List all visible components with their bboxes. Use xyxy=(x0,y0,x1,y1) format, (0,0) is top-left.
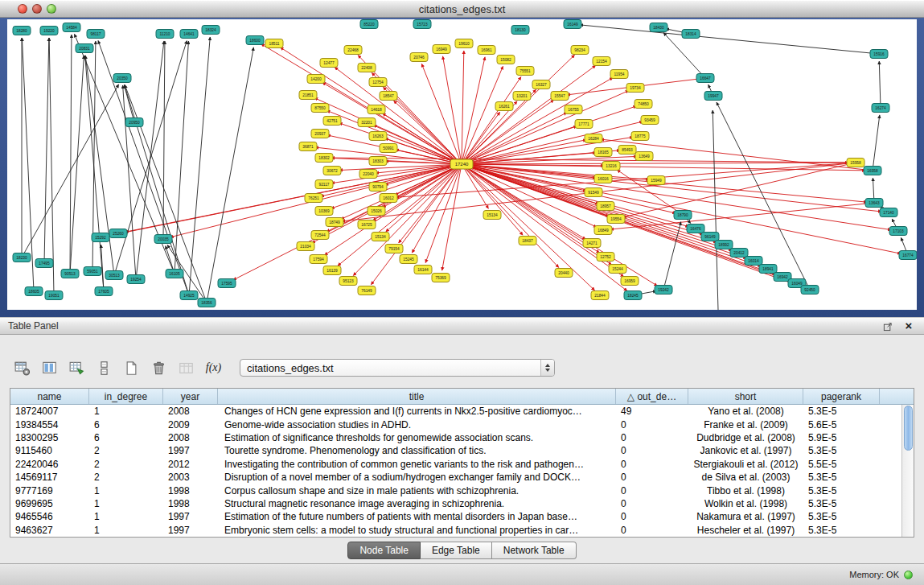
network-canvas[interactable]: 2246812477142002185187550427512093736871… xyxy=(7,19,917,310)
network-node[interactable]: 16327 xyxy=(532,80,550,89)
network-node[interactable]: 18230 xyxy=(13,253,31,262)
network-node[interactable]: 18605 xyxy=(25,287,43,296)
tab-node-table[interactable]: Node Table xyxy=(347,542,421,559)
network-node[interactable]: 12477 xyxy=(320,59,338,68)
network-node[interactable]: 15723 xyxy=(413,20,431,29)
network-node[interactable]: 18165 xyxy=(594,148,612,157)
network-node[interactable]: 20350 xyxy=(113,74,131,83)
network-node[interactable]: 16725 xyxy=(358,220,376,229)
network-node[interactable]: 18245 xyxy=(624,291,642,300)
network-node[interactable]: 14925 xyxy=(180,291,198,300)
network-node[interactable]: 13649 xyxy=(635,152,653,161)
network-node[interactable]: 18749 xyxy=(326,218,343,227)
delete-button[interactable] xyxy=(148,356,170,379)
network-node[interactable]: 18303 xyxy=(369,157,387,166)
network-node[interactable]: 18130 xyxy=(511,26,529,35)
network-node[interactable]: 16263 xyxy=(369,132,387,141)
network-node[interactable]: 76251 xyxy=(305,194,322,203)
network-node[interactable]: 15547 xyxy=(551,92,569,101)
network-node[interactable]: 18302 xyxy=(315,154,333,163)
network-node[interactable]: 16139 xyxy=(323,266,341,275)
network-node[interactable]: 75369 xyxy=(432,274,450,282)
network-node[interactable]: 93459 xyxy=(641,116,659,125)
network-node[interactable]: 16012 xyxy=(380,194,397,203)
network-node[interactable]: 13216 xyxy=(602,162,620,171)
network-node[interactable]: 14584 xyxy=(63,23,80,32)
network-node[interactable]: 15292 xyxy=(92,233,109,242)
network-node[interactable]: 18324 xyxy=(202,26,220,35)
network-node[interactable]: 22408 xyxy=(358,64,376,72)
network-node[interactable]: 16105 xyxy=(166,270,183,278)
network-node[interactable]: 18314 xyxy=(682,30,700,39)
network-node[interactable]: 16949 xyxy=(433,45,450,54)
column-header-short[interactable]: short xyxy=(688,389,803,404)
network-node[interactable]: 14618 xyxy=(368,105,385,114)
rows-button[interactable] xyxy=(93,356,115,379)
network-node[interactable]: 16274 xyxy=(872,104,889,113)
new-file-button[interactable] xyxy=(121,356,142,379)
network-node[interactable]: 17594 xyxy=(310,255,327,264)
column-header-out_degree[interactable]: △ out_de… xyxy=(616,389,688,404)
network-node[interactable]: 19610 xyxy=(455,39,473,48)
network-node[interactable]: 16016 xyxy=(594,175,612,183)
network-node[interactable]: 15916 xyxy=(870,50,888,59)
network-node[interactable]: 15244 xyxy=(609,265,626,274)
network-node[interactable]: 10369 xyxy=(315,207,333,216)
network-node[interactable]: 19947 xyxy=(704,92,722,101)
network-node[interactable]: 72544 xyxy=(311,231,329,240)
network-node[interactable]: 22468 xyxy=(344,46,362,55)
network-node[interactable]: 15082 xyxy=(497,56,515,64)
network-node[interactable]: 20831 xyxy=(76,44,93,53)
network-node[interactable]: 19220 xyxy=(40,27,58,35)
network-node[interactable]: 16774 xyxy=(899,251,917,260)
table-row[interactable]: 1872400712008Changes of HCN gene express… xyxy=(10,405,901,418)
column-header-pagerank[interactable]: pagerank xyxy=(803,389,880,404)
network-node[interactable]: 15134 xyxy=(372,233,389,241)
network-node[interactable]: 17495 xyxy=(35,259,53,268)
network-node[interactable]: 59051 xyxy=(84,267,101,276)
network-node[interactable]: 19242 xyxy=(655,286,672,295)
network-node[interactable]: 15949 xyxy=(647,176,665,185)
network-node[interactable]: 17605 xyxy=(95,287,113,296)
close-panel-icon[interactable]: × xyxy=(901,319,916,332)
network-hub-node[interactable]: 17240 xyxy=(450,159,473,169)
network-node[interactable]: 16284 xyxy=(585,134,602,143)
column-header-title[interactable]: title xyxy=(218,389,616,404)
tab-edge-table[interactable]: Edge Table xyxy=(421,542,492,559)
table-row[interactable]: 911546021997Tourette syndrome. Phenomeno… xyxy=(10,444,901,457)
network-node[interactable]: 85493 xyxy=(618,146,636,154)
import-table-button-disabled[interactable] xyxy=(175,356,197,379)
network-node[interactable]: 11210 xyxy=(156,30,174,39)
network-node[interactable]: 14271 xyxy=(583,239,601,248)
column-header-name[interactable]: name xyxy=(10,389,89,404)
network-node[interactable]: 25260 xyxy=(109,229,127,238)
network-node[interactable]: 22040 xyxy=(359,170,377,179)
network-node[interactable]: 15134 xyxy=(483,211,501,220)
combo-stepper-icon[interactable] xyxy=(540,360,554,376)
network-node[interactable]: 91549 xyxy=(585,188,602,197)
tab-network-table[interactable]: Network Table xyxy=(492,542,577,559)
vertical-scrollbar[interactable] xyxy=(901,405,914,537)
network-node[interactable]: 74850 xyxy=(634,100,652,109)
network-node[interactable]: 19254 xyxy=(127,275,145,284)
table-row[interactable]: 1938455462009Genome-wide association stu… xyxy=(10,418,901,431)
network-node[interactable]: 98117 xyxy=(87,30,105,39)
network-node[interactable]: 18280 xyxy=(13,27,31,35)
network-node[interactable]: 13201 xyxy=(513,92,531,101)
show-columns-button[interactable] xyxy=(39,356,60,379)
network-node[interactable]: 16849 xyxy=(594,226,612,235)
network-node[interactable]: 18775 xyxy=(631,132,649,141)
function-builder-button[interactable]: f(x) xyxy=(203,356,224,379)
network-node[interactable]: 17771 xyxy=(575,120,593,129)
network-node[interactable]: 16959 xyxy=(621,277,639,286)
network-node[interactable]: 20937 xyxy=(311,130,329,138)
network-node[interactable]: 90794 xyxy=(369,183,387,192)
table-row[interactable]: 946554611997Estimation of the future num… xyxy=(10,510,901,523)
network-node[interactable]: 16647 xyxy=(696,74,714,83)
network-node[interactable]: 16144 xyxy=(414,266,432,274)
network-node[interactable]: 21034 xyxy=(297,242,314,251)
network-node[interactable]: 16014 xyxy=(745,257,762,266)
network-node[interactable]: 18437 xyxy=(519,237,536,245)
network-node[interactable]: 92450 xyxy=(801,286,819,295)
network-node[interactable]: 87550 xyxy=(311,104,329,113)
